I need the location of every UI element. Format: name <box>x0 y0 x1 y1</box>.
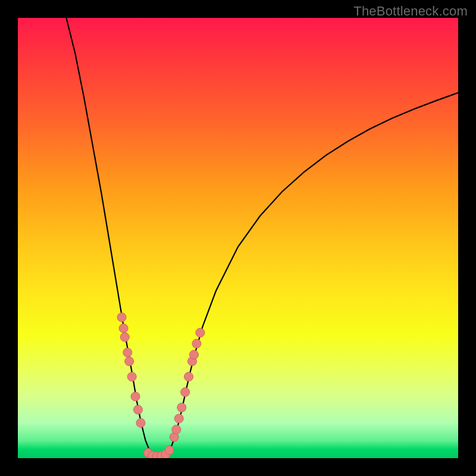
data-marker <box>190 350 199 359</box>
data-marker <box>127 372 136 381</box>
data-marker <box>117 313 126 322</box>
data-marker <box>172 425 181 434</box>
data-marker <box>192 339 201 348</box>
data-markers <box>117 313 205 458</box>
chart-frame: TheBottleneck.com <box>0 0 476 476</box>
watermark-text: TheBottleneck.com <box>353 4 468 19</box>
data-marker <box>134 405 143 414</box>
data-marker <box>165 446 174 455</box>
data-marker <box>184 372 193 381</box>
data-marker <box>181 388 190 397</box>
plot-area <box>18 18 458 458</box>
bottleneck-curve-right <box>159 93 458 457</box>
data-marker <box>123 348 132 357</box>
data-marker <box>125 357 134 366</box>
data-marker <box>131 392 140 401</box>
data-marker <box>136 418 145 427</box>
data-marker <box>174 414 183 423</box>
data-marker <box>119 324 128 333</box>
chart-svg <box>18 18 458 458</box>
data-marker <box>177 403 186 412</box>
data-marker <box>120 333 129 342</box>
data-marker <box>196 328 205 337</box>
bottleneck-curve-left <box>66 18 158 457</box>
